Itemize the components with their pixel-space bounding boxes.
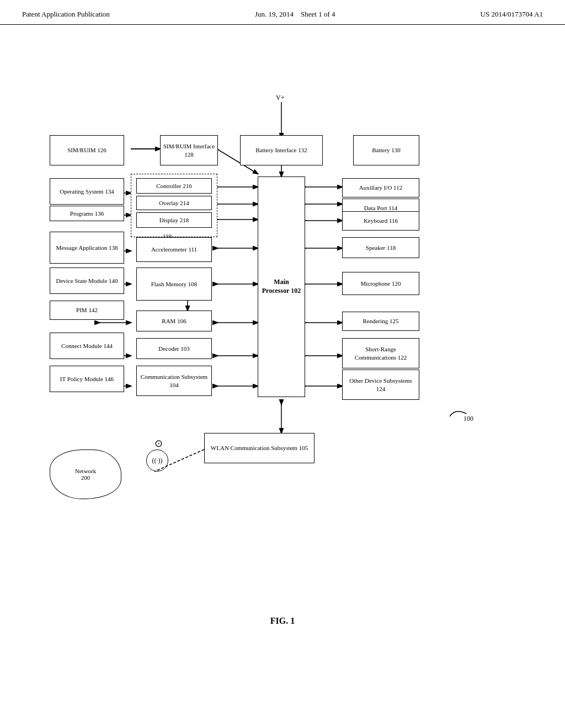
programs-136-box: Programs 136 — [50, 206, 124, 221]
sim-ruim-126-box: SIM/RUIM 126 — [50, 135, 124, 165]
network-200-box: Network 200 — [50, 449, 121, 499]
battery-interface-132-label: Battery Interface 132 — [255, 146, 307, 154]
connect-module-144-box: Connect Module 144 — [50, 333, 124, 359]
connect-module-144-label: Connect Module 144 — [61, 342, 113, 350]
svg-text:100: 100 — [463, 415, 473, 422]
short-range-122-label: Short-Range Communications 122 — [345, 345, 417, 361]
it-policy-146-box: IT Policy Module 146 — [50, 366, 124, 392]
keyboard-116-label: Keyboard 116 — [364, 217, 398, 224]
flash-memory-108-label: Flash Memory 108 — [151, 280, 198, 288]
overlay-214-box: Overlay 214 — [136, 196, 212, 210]
antenna-icon: ⊙ — [154, 437, 163, 449]
device-state-140-label: Device State Module 140 — [56, 277, 118, 285]
controller-216-box: Controller 216 — [136, 178, 212, 194]
microphone-120-label: Microphone 120 — [360, 280, 401, 287]
sim-ruim-126-label: SIM/RUIM 126 — [67, 146, 106, 154]
battery-130-box: Battery 130 — [353, 135, 419, 165]
os-134-label: Operating System 134 — [60, 188, 114, 195]
os-134-box: Operating System 134 — [50, 178, 124, 205]
sim-ruim-interface-128-label: SIM/RUIM Interface 128 — [163, 142, 215, 158]
main-processor-102-label: Main Processor 102 — [260, 278, 302, 295]
message-app-138-box: Message Application 138 — [50, 232, 124, 264]
header: Patent Application Publication Jun. 19, … — [0, 0, 565, 25]
keyboard-116-box: Keyboard 116 — [342, 211, 419, 231]
speaker-118-box: Speaker 118 — [342, 237, 419, 258]
main-processor-102-box: Main Processor 102 — [258, 176, 305, 397]
accelerometer-111-box: Accelerometer 111 — [136, 237, 212, 262]
rendering-125-box: Rendering 125 — [342, 312, 419, 331]
vplus-label: V+ — [276, 94, 284, 102]
it-policy-146-label: IT Policy Module 146 — [60, 375, 114, 383]
network-200-label: Network 200 — [75, 468, 97, 481]
header-center: Jun. 19, 2014 Sheet 1 of 4 — [255, 10, 335, 19]
decoder-103-label: Decoder 103 — [158, 345, 190, 352]
battery-interface-132-box: Battery Interface 132 — [240, 135, 323, 165]
aux-io-112-label: Auxillary I/O 112 — [359, 184, 402, 191]
header-right: US 2014/0173704 A1 — [481, 10, 543, 19]
ref-100-label: 100 — [447, 405, 475, 424]
ram-106-label: RAM 106 — [162, 317, 186, 325]
comm-subsystem-104-box: Communication Subsystem 104 — [136, 366, 212, 396]
pim-142-label: PIM 142 — [76, 306, 98, 314]
header-left: Patent Application Publication — [22, 10, 110, 19]
short-range-122-box: Short-Range Communications 122 — [342, 338, 419, 368]
flash-memory-108-box: Flash Memory 108 — [136, 267, 212, 301]
overlay-214-label: Overlay 214 — [159, 199, 189, 207]
wlan-subsystem-105-label: WLAN Communication Subsystem 105 — [211, 444, 308, 452]
message-app-138-label: Message Application 138 — [56, 244, 118, 251]
antenna-figure: ((·)) — [146, 449, 168, 472]
other-device-124-label: Other Device Subsystems 124 — [345, 377, 417, 393]
decoder-103-box: Decoder 103 — [136, 338, 212, 359]
aux-io-112-box: Auxillary I/O 112 — [342, 178, 419, 197]
device-state-140-box: Device State Module 140 — [50, 267, 124, 294]
other-device-124-box: Other Device Subsystems 124 — [342, 370, 419, 400]
pim-142-box: PIM 142 — [50, 301, 124, 320]
wlan-subsystem-105-box: WLAN Communication Subsystem 105 — [204, 433, 315, 463]
programs-136-label: Programs 136 — [70, 210, 104, 217]
sim-ruim-interface-128-box: SIM/RUIM Interface 128 — [160, 135, 218, 165]
battery-130-label: Battery 130 — [372, 146, 401, 154]
controller-216-label: Controller 216 — [156, 182, 191, 190]
diagram-area: V+ SIM/RUIM 126 SIM/RUIM Interface 128 B… — [0, 30, 565, 637]
speaker-118-label: Speaker 118 — [366, 244, 396, 251]
comm-subsystem-104-label: Communication Subsystem 104 — [139, 373, 209, 389]
accelerometer-111-label: Accelerometer 111 — [151, 245, 197, 253]
display-218-box: Display 218 — [136, 212, 212, 228]
rendering-125-label: Rendering 125 — [363, 317, 398, 325]
microphone-120-box: Microphone 120 — [342, 272, 419, 295]
display-218-label: Display 218 — [159, 216, 189, 224]
figure-caption: FIG. 1 — [0, 616, 565, 626]
ram-106-box: RAM 106 — [136, 311, 212, 331]
